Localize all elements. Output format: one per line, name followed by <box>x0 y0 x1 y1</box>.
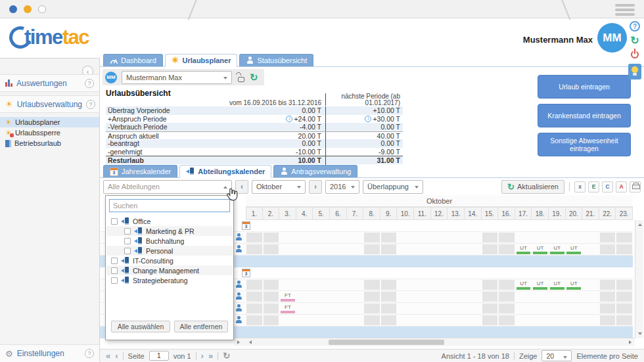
department-item-marketing-pr[interactable]: Marketing & PR <box>106 226 233 236</box>
clear-all-button[interactable]: Alle entfernen <box>174 321 228 332</box>
page-size-select[interactable]: 20 <box>541 350 572 361</box>
department-filter-select[interactable]: Alle Abteilungen <box>103 180 232 194</box>
department-icon <box>134 237 143 245</box>
export-e-button[interactable]: E <box>588 181 599 192</box>
month-select[interactable]: Oktober <box>252 180 306 194</box>
day-header-cell: 4. <box>296 207 313 220</box>
absence-entry-holiday[interactable]: FT <box>279 303 296 314</box>
lightbulb-button[interactable] <box>628 64 641 79</box>
calendar-cell <box>498 279 515 290</box>
vertical-scrollbar[interactable] <box>635 220 643 338</box>
tab-status-bersicht[interactable]: Statusübersicht <box>239 54 313 66</box>
subtab-antragsverwaltung[interactable]: Antragsverwaltung <box>273 165 357 177</box>
scrollbar-thumb[interactable] <box>329 340 444 345</box>
checkbox[interactable] <box>124 248 131 254</box>
department-item-buchhaltung[interactable]: Buchhaltung <box>106 236 233 246</box>
unlock-icon[interactable] <box>237 72 245 82</box>
absence-entry-vacation[interactable]: UT <box>566 279 583 290</box>
search-input[interactable] <box>109 199 230 212</box>
sidebar-section-einstellungen[interactable]: ⚙ Einstellungen ? <box>0 344 99 362</box>
prev-page-button[interactable]: ‹ <box>115 351 118 360</box>
last-page-button[interactable]: » <box>208 351 213 360</box>
sidebar-item-urlaubssperre[interactable]: ☀Urlaubssperre <box>0 127 99 138</box>
hamburger-menu-icon[interactable] <box>615 4 635 16</box>
subtab-abteilungskalender[interactable]: Abteilungskalender <box>179 165 271 178</box>
absence-entry-vacation[interactable]: UT <box>549 244 566 255</box>
logo-time: time <box>24 26 62 49</box>
export-pdf-button[interactable]: A <box>616 181 627 192</box>
sidebar-section-urlaubsverwaltung[interactable]: ☀ Urlaubsverwaltung ? <box>0 95 99 113</box>
checkbox[interactable] <box>111 277 118 284</box>
export-c-button[interactable]: C <box>602 181 613 192</box>
krankenstand-eintragen-button[interactable]: Krankenstand eintragen <box>538 104 631 127</box>
absence-entry-holiday[interactable]: FT <box>279 291 296 302</box>
entry-bar <box>566 252 581 254</box>
sidebar-item-betriebsurlaub[interactable]: Betriebsurlaub <box>0 138 99 148</box>
sidebar-section-auswertungen[interactable]: Auswertungen ? <box>0 74 99 92</box>
calendar-cell <box>330 303 347 314</box>
person-icon <box>246 57 254 64</box>
checkbox[interactable] <box>111 267 118 274</box>
next-page-button[interactable]: › <box>201 351 204 360</box>
frozen-scroll-right-arrow[interactable] <box>234 338 243 346</box>
refresh-button[interactable]: ↻ Aktualisieren <box>501 180 564 194</box>
sidebar-item-urlaubsplaner[interactable]: ☀Urlaubsplaner <box>0 117 99 127</box>
refresh-icon[interactable]: ↻ <box>250 72 258 82</box>
refresh-icon[interactable]: ↻ <box>630 35 639 45</box>
calendar-cell <box>313 279 330 290</box>
urlaub-eintragen-button[interactable]: Urlaub eintragen <box>538 75 631 99</box>
help-icon[interactable]: ? <box>85 349 94 358</box>
info-icon[interactable]: i <box>286 116 292 122</box>
horizontal-scrollbar[interactable] <box>234 338 635 346</box>
help-icon[interactable]: ? <box>86 100 95 109</box>
user-select[interactable]: Mustermann Max <box>122 71 232 84</box>
scroll-up-arrow[interactable] <box>635 221 644 229</box>
year-select[interactable]: 2016 <box>325 180 359 194</box>
entry-bar <box>533 287 547 290</box>
department-item-strategieberatung[interactable]: Strategieberatung <box>106 275 233 285</box>
absence-entry-vacation[interactable]: UT <box>515 279 532 290</box>
absence-entry-vacation[interactable]: UT <box>549 279 566 290</box>
calendar-cell <box>296 279 313 290</box>
tab-urlaubsplaner[interactable]: ☀Urlaubsplaner <box>165 54 238 67</box>
checkbox[interactable] <box>124 238 131 244</box>
refresh-icon[interactable]: ↻ <box>223 351 230 361</box>
export-excel-button[interactable]: x <box>574 181 586 192</box>
absence-entry-vacation[interactable]: UT <box>515 244 532 255</box>
checkbox[interactable] <box>111 218 118 225</box>
help-icon[interactable]: ? <box>630 21 640 32</box>
power-icon[interactable] <box>630 50 639 59</box>
avatar[interactable]: MM <box>597 23 627 53</box>
absence-entry-vacation[interactable]: UT <box>566 244 583 255</box>
select-all-button[interactable]: Alle auswählen <box>111 321 170 332</box>
department-item-personal[interactable]: Personal <box>106 246 233 256</box>
print-button[interactable] <box>630 181 641 192</box>
sonstige-abwesenheit-eintragen-button[interactable]: Sonstige Abwesenheit eintragen <box>538 133 631 156</box>
calendar-cell <box>599 315 616 326</box>
next-month-button[interactable]: › <box>309 180 322 194</box>
overlap-mode-select[interactable]: Überlappung <box>363 180 423 194</box>
scroll-down-arrow[interactable] <box>635 330 644 338</box>
action-buttons: Urlaub eintragenKrankenstand eintragenSo… <box>538 75 631 156</box>
calendar-cell <box>363 315 380 326</box>
info-icon[interactable]: i <box>365 116 371 122</box>
tab-dashboard[interactable]: Dashboard <box>103 54 163 66</box>
subtab-jahreskalender[interactable]: 3Jahreskalender <box>103 165 177 177</box>
checkbox[interactable] <box>111 258 118 264</box>
absence-entry-vacation[interactable]: UT <box>532 244 549 255</box>
calendar-cell <box>263 315 280 326</box>
help-icon[interactable]: ? <box>85 79 94 88</box>
first-page-button[interactable]: « <box>106 351 110 360</box>
department-item-office[interactable]: Office <box>106 216 233 226</box>
overview-row-verbrauch-periode: -Verbrauch Periode-4.00 T0.00 T <box>106 123 403 131</box>
scroll-left-arrow[interactable] <box>246 338 255 346</box>
tab-label: Abteilungskalender <box>198 168 265 175</box>
calendar-cell <box>347 244 364 255</box>
checkbox[interactable] <box>124 228 131 235</box>
scroll-right-arrow[interactable] <box>626 338 635 346</box>
day-header-cell: 12. <box>431 207 448 220</box>
absence-entry-vacation[interactable]: UT <box>532 279 549 290</box>
department-item-it-consulting[interactable]: IT-Consulting <box>106 256 233 265</box>
page-input[interactable] <box>149 351 169 361</box>
department-item-change-management[interactable]: Change Management <box>106 265 233 275</box>
